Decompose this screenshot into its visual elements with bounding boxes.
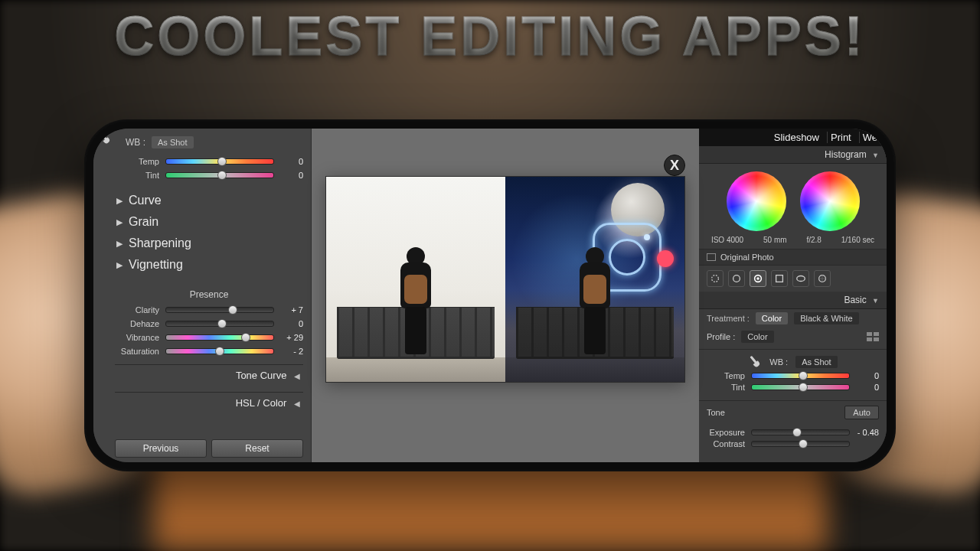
temp-value-right: 0 bbox=[856, 371, 879, 380]
page-title: COOLEST EDITING APPS! bbox=[0, 5, 980, 67]
tool-strip bbox=[699, 266, 887, 292]
treatment-label: Treatment : bbox=[707, 314, 750, 323]
tint-slider-right[interactable] bbox=[751, 384, 850, 390]
auto-button[interactable]: Auto bbox=[844, 406, 879, 419]
eyedropper-icon[interactable] bbox=[95, 129, 114, 148]
spot-tool-icon[interactable] bbox=[728, 270, 745, 287]
app-screen: WB : As Shot Temp 0 Tint 0 ▶Curve ▶Grain… bbox=[93, 129, 887, 462]
tint-value-left: 0 bbox=[280, 171, 303, 180]
group-vignetting[interactable]: ▶Vignetting bbox=[116, 254, 303, 276]
tint-label-left: Tint bbox=[115, 171, 159, 180]
group-label-curve: Curve bbox=[129, 194, 162, 207]
clarity-slider[interactable] bbox=[165, 307, 274, 313]
dehaze-slider[interactable] bbox=[165, 321, 274, 327]
exif-meta: ISO 4000 50 mm f/2.8 1/160 sec bbox=[699, 236, 887, 249]
gradient-tool-icon[interactable] bbox=[771, 270, 788, 287]
group-label-sharpening: Sharpening bbox=[129, 236, 191, 250]
close-button[interactable]: X bbox=[664, 155, 685, 176]
svg-point-0 bbox=[712, 276, 719, 282]
temp-row-left: Temp 0 bbox=[115, 157, 303, 166]
group-sharpening[interactable]: ▶Sharpening bbox=[116, 233, 303, 254]
crop-tool-icon[interactable] bbox=[707, 270, 724, 287]
tab-print[interactable]: Print bbox=[827, 132, 854, 143]
original-photo-row[interactable]: Original Photo bbox=[699, 249, 887, 266]
profile-grid-icon[interactable] bbox=[867, 332, 879, 341]
vibrance-slider[interactable] bbox=[165, 334, 274, 341]
wb-value-right[interactable]: As Shot bbox=[795, 356, 838, 368]
before-after-preview bbox=[325, 176, 685, 383]
group-grain[interactable]: ▶Grain bbox=[116, 211, 303, 233]
temp-value-left: 0 bbox=[280, 157, 303, 166]
tone-curve-label: Tone Curve bbox=[236, 370, 286, 381]
preview-after[interactable] bbox=[505, 177, 684, 382]
person-before bbox=[392, 247, 439, 362]
tab-slideshow[interactable]: Slideshow bbox=[771, 132, 822, 143]
radial-tool-icon[interactable] bbox=[792, 270, 809, 287]
caret-right-icon: ▶ bbox=[116, 260, 122, 270]
tint-label-right: Tint bbox=[707, 383, 745, 392]
clarity-row: Clarity + 7 bbox=[115, 305, 303, 315]
tone-label: Tone bbox=[707, 408, 725, 417]
group-label-grain: Grain bbox=[129, 215, 158, 229]
tint-row-left: Tint 0 bbox=[115, 171, 303, 180]
meta-shutter: 1/160 sec bbox=[841, 236, 874, 244]
tint-value-right: 0 bbox=[856, 383, 879, 392]
saturation-slider[interactable] bbox=[165, 348, 274, 354]
tone-curve-section[interactable]: Tone Curve ◀ bbox=[115, 364, 303, 386]
contrast-slider[interactable] bbox=[751, 441, 850, 447]
saturation-label: Saturation bbox=[115, 347, 159, 356]
hsl-section[interactable]: HSL / Color ◀ bbox=[115, 392, 303, 413]
redeye-tool-icon[interactable] bbox=[750, 270, 766, 287]
color-wheel-shadows[interactable] bbox=[727, 171, 786, 231]
basic-sliders: Exposure - 0.48 Contrast bbox=[699, 422, 887, 454]
group-label-vignetting: Vignetting bbox=[129, 258, 183, 272]
heart-icon bbox=[657, 250, 674, 267]
saturation-value: - 2 bbox=[280, 347, 303, 356]
chevron-left-icon: ◀ bbox=[294, 372, 300, 380]
histogram-header[interactable]: Histogram ▼ bbox=[699, 146, 887, 164]
svg-rect-4 bbox=[776, 276, 783, 282]
color-wheels bbox=[699, 164, 887, 236]
hsl-label: HSL / Color bbox=[236, 397, 287, 409]
wb-value-left[interactable]: As Shot bbox=[152, 136, 194, 148]
tint-slider-left[interactable] bbox=[165, 172, 274, 178]
dehaze-row: Dehaze 0 bbox=[115, 319, 303, 328]
exposure-label: Exposure bbox=[707, 428, 745, 437]
histogram-label: Histogram bbox=[825, 149, 867, 160]
temp-slider-right[interactable] bbox=[751, 373, 850, 379]
treatment-color[interactable]: Color bbox=[756, 312, 788, 324]
chevron-down-icon: ▼ bbox=[872, 297, 879, 305]
previous-button[interactable]: Previous bbox=[115, 439, 207, 458]
chevron-down-icon: ▼ bbox=[872, 152, 879, 159]
wb-label-right: WB : bbox=[769, 357, 788, 367]
basic-header[interactable]: Basic ▼ bbox=[699, 292, 887, 309]
person-after bbox=[571, 247, 619, 362]
vibrance-value: + 29 bbox=[280, 333, 303, 342]
meta-iso: ISO 4000 bbox=[711, 236, 743, 244]
color-wheel-highlights[interactable] bbox=[800, 171, 860, 231]
reset-button[interactable]: Reset bbox=[211, 439, 303, 458]
profile-select[interactable]: Color bbox=[741, 331, 773, 343]
exposure-value: - 0.48 bbox=[856, 428, 879, 437]
vibrance-row: Vibrance + 29 bbox=[115, 333, 303, 342]
group-curve[interactable]: ▶Curve bbox=[116, 190, 303, 211]
basic-label: Basic bbox=[844, 295, 866, 305]
svg-point-1 bbox=[733, 276, 740, 282]
wb-block-right: WB : As Shot Temp 0 Tint 0 bbox=[699, 349, 887, 397]
prev-reset-row: Previous Reset bbox=[115, 435, 303, 458]
tone-row: Tone Auto bbox=[699, 400, 887, 422]
clarity-label: Clarity bbox=[115, 305, 159, 315]
top-module-tabs: Slideshow Print We bbox=[699, 129, 887, 146]
eyedropper-icon[interactable] bbox=[746, 352, 765, 371]
meta-aperture: f/2.8 bbox=[806, 236, 821, 244]
dehaze-value: 0 bbox=[280, 319, 303, 328]
tab-web[interactable]: We bbox=[859, 132, 880, 143]
contrast-label: Contrast bbox=[707, 439, 745, 448]
temp-slider-left[interactable] bbox=[165, 158, 274, 165]
treatment-bw[interactable]: Black & White bbox=[794, 312, 858, 324]
preview-before[interactable] bbox=[326, 177, 505, 382]
original-photo-label: Original Photo bbox=[720, 253, 774, 262]
wb-row-left: WB : As Shot bbox=[126, 136, 303, 148]
exposure-slider[interactable] bbox=[751, 429, 850, 435]
brush-tool-icon[interactable] bbox=[814, 270, 831, 287]
